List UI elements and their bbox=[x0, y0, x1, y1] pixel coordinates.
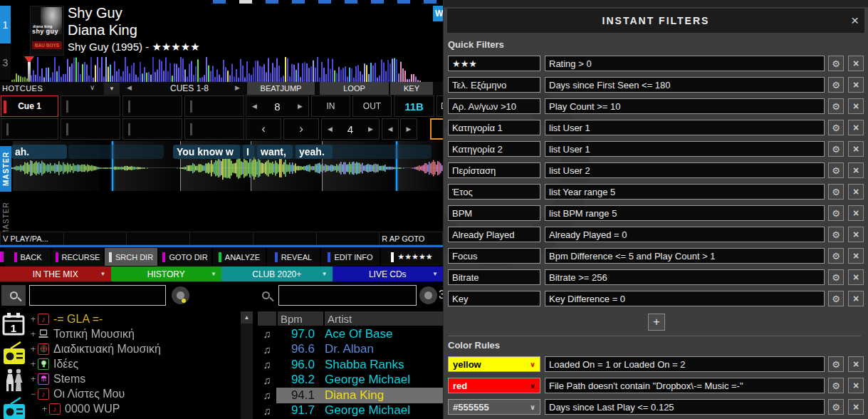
color-rule-value-input[interactable] bbox=[545, 356, 825, 372]
folder-tab-club-2020[interactable]: CLUB 2020+▼ bbox=[221, 267, 333, 281]
filter-settings-gear-icon[interactable]: ⚙ bbox=[828, 227, 844, 242]
toolbar-button-goto-dir[interactable]: GOTO DIR bbox=[159, 248, 211, 266]
filter-remove-icon[interactable]: × bbox=[848, 56, 864, 71]
quick-filter-name-input[interactable] bbox=[448, 98, 540, 114]
track-row-ace-of-base[interactable]: ♫97.0Ace Of Base bbox=[258, 326, 443, 342]
filter-remove-icon[interactable]: × bbox=[848, 269, 864, 285]
pad-cell[interactable] bbox=[317, 232, 380, 245]
toolbar-button-item[interactable]: ★★★★★ bbox=[381, 248, 443, 266]
filter-settings-gear-icon[interactable]: ⚙ bbox=[828, 291, 844, 306]
tree-expander-icon[interactable]: + bbox=[28, 359, 38, 369]
jump-forward-button[interactable]: › bbox=[283, 118, 319, 140]
track-row-diana-king[interactable]: ♫94.1Diana King bbox=[258, 388, 443, 403]
key-tab-button[interactable]: KEY bbox=[390, 82, 433, 95]
hotcues-dropdown-button[interactable]: ▼ bbox=[104, 83, 120, 95]
panel-close-icon[interactable]: × bbox=[851, 9, 859, 33]
hotcue-pad-8[interactable] bbox=[184, 118, 244, 140]
calendar-icon[interactable]: 1 bbox=[2, 312, 25, 339]
tree-item-0000-wup[interactable]: +♪0000 WUP bbox=[40, 401, 239, 416]
deck-tab-1[interactable]: 1 bbox=[0, 6, 11, 43]
hotcue-pad-5[interactable] bbox=[1, 118, 58, 140]
w-button[interactable]: W bbox=[433, 6, 443, 21]
pad-cell[interactable] bbox=[64, 232, 127, 245]
quick-filter-value-input[interactable] bbox=[545, 227, 825, 242]
beatjump-increase-icon[interactable]: ▶ bbox=[298, 103, 303, 110]
deck-tab-3[interactable]: 3 bbox=[0, 46, 11, 80]
color-rule-settings-gear-icon[interactable]: ⚙ bbox=[828, 399, 844, 415]
toolbar-button-edit-info[interactable]: EDIT INFO bbox=[321, 248, 380, 266]
filter-settings-gear-icon[interactable]: ⚙ bbox=[828, 56, 844, 71]
tree-expander-icon[interactable]: + bbox=[28, 329, 38, 339]
tree-expander-icon[interactable]: + bbox=[28, 344, 38, 354]
clipped-toolbar-button[interactable] bbox=[0, 252, 4, 262]
radio-cyan-icon[interactable] bbox=[2, 396, 26, 419]
tree-expander-icon[interactable]: + bbox=[40, 404, 49, 414]
tree-expander-icon[interactable]: + bbox=[28, 314, 38, 324]
tree-expander-icon[interactable]: + bbox=[28, 374, 38, 384]
filter-remove-icon[interactable]: × bbox=[848, 205, 864, 221]
quick-filter-name-input[interactable] bbox=[448, 184, 540, 200]
hotcue-pad-2[interactable] bbox=[61, 95, 120, 117]
search-options-button-left[interactable] bbox=[172, 286, 189, 304]
loop-tab-button[interactable]: LOOP bbox=[320, 82, 389, 95]
filter-remove-icon[interactable]: × bbox=[848, 120, 864, 135]
folder-tab-live-cds[interactable]: LIVE CDs▼ bbox=[333, 267, 444, 281]
hotcue-pad-1[interactable]: Cue 1 bbox=[1, 95, 58, 117]
quick-filter-value-input[interactable] bbox=[545, 98, 825, 114]
quick-filter-value-input[interactable] bbox=[545, 205, 825, 221]
toolbar-button-reveal[interactable]: REVEAL bbox=[267, 248, 320, 266]
color-rule-settings-gear-icon[interactable]: ⚙ bbox=[828, 356, 844, 372]
tree-item-stems[interactable]: +Stems bbox=[28, 371, 239, 386]
hotcue-pad-7[interactable] bbox=[122, 118, 182, 140]
filter-settings-gear-icon[interactable]: ⚙ bbox=[828, 184, 844, 200]
shift-right-button[interactable]: ▶ bbox=[400, 118, 417, 140]
quick-filter-name-input[interactable] bbox=[448, 269, 540, 285]
beatjump-tab-button[interactable]: BEATJUMP bbox=[247, 82, 315, 95]
hotcues-label[interactable]: HOTCUES bbox=[2, 84, 43, 93]
track-overview-waveform[interactable] bbox=[11, 56, 422, 82]
loop-increase-icon[interactable]: ▶ bbox=[368, 125, 373, 133]
filter-remove-icon[interactable]: × bbox=[848, 98, 864, 114]
pad-cell-play[interactable]: V PLAY/PA... bbox=[0, 232, 64, 245]
filter-remove-icon[interactable]: × bbox=[848, 227, 864, 242]
toolbar-button-back[interactable]: BACK bbox=[5, 248, 51, 266]
track-row-shabba-ranks[interactable]: ♫96.0Shabba Ranks bbox=[258, 357, 443, 373]
tree-expander-icon[interactable]: − bbox=[28, 389, 38, 399]
filter-remove-icon[interactable]: × bbox=[848, 248, 864, 264]
quick-filter-value-input[interactable] bbox=[545, 56, 825, 71]
filter-settings-gear-icon[interactable]: ⚙ bbox=[828, 120, 844, 135]
hotcue-pad-6[interactable] bbox=[61, 118, 120, 140]
pad-cell[interactable] bbox=[253, 232, 317, 245]
quick-filter-value-input[interactable] bbox=[545, 248, 825, 264]
color-rule-remove-icon[interactable]: × bbox=[848, 356, 864, 372]
track-row-dr-alban[interactable]: ♫96.6Dr. Alban bbox=[258, 342, 443, 358]
color-rule-remove-icon[interactable]: × bbox=[848, 378, 864, 393]
quick-filter-name-input[interactable] bbox=[448, 227, 540, 242]
track-row-george-michael[interactable]: ♫98.2George Michael bbox=[258, 373, 443, 388]
loop-in-button[interactable]: IN bbox=[311, 95, 350, 117]
filter-settings-gear-icon[interactable]: ⚙ bbox=[828, 205, 844, 221]
loop-out-button[interactable]: OUT bbox=[352, 95, 392, 117]
radio-yellow-icon[interactable] bbox=[2, 341, 26, 369]
chevron-down-icon[interactable]: ∨ bbox=[90, 83, 95, 91]
rhythm-wave-lane[interactable]: ah.You know wIwant,yeah. bbox=[11, 141, 443, 191]
tree-item-διαδικτυακή-μουσική[interactable]: +Διαδικτυακή Μουσική bbox=[28, 341, 239, 356]
beatjump-decrease-icon[interactable]: ◀ bbox=[252, 103, 257, 110]
filter-settings-gear-icon[interactable]: ⚙ bbox=[828, 269, 844, 285]
quick-filter-name-input[interactable] bbox=[448, 141, 540, 157]
filter-settings-gear-icon[interactable]: ⚙ bbox=[828, 141, 844, 157]
filter-remove-icon[interactable]: × bbox=[848, 141, 864, 157]
toolbar-button-srch-dir[interactable]: SRCH DIR bbox=[105, 248, 157, 266]
quick-filter-name-input[interactable] bbox=[448, 77, 540, 93]
track-row-george-michael[interactable]: ♫91.7George Michael bbox=[258, 403, 443, 419]
quick-filter-value-input[interactable] bbox=[545, 120, 825, 135]
folder-tab-in-the-mix[interactable]: IN THE MIX▼ bbox=[0, 267, 111, 281]
key-display[interactable]: 11B bbox=[394, 95, 434, 117]
folder-search-input[interactable] bbox=[29, 285, 166, 306]
tree-item-τοπική-μουσική[interactable]: +Τοπική Μουσική bbox=[28, 326, 239, 341]
jump-back-button[interactable]: ‹ bbox=[246, 118, 281, 140]
tree-item-οι-λίστες-μου[interactable]: −♪Οι Λίστες Μου bbox=[28, 386, 239, 401]
tracklist-header-artist[interactable]: Artist bbox=[325, 311, 443, 326]
color-rule-select[interactable]: #555555∨ bbox=[448, 399, 540, 415]
loop-decrease-icon[interactable]: ◀ bbox=[328, 125, 333, 133]
